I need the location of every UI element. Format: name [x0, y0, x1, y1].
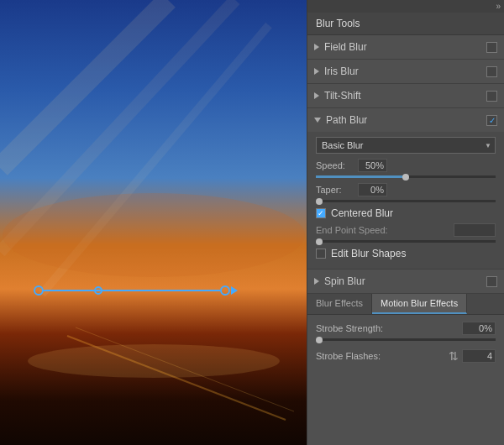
blur-effects-tab[interactable]: Blur Effects	[307, 294, 372, 314]
path-start-point[interactable]	[34, 285, 44, 296]
edit-blur-label: Edit Blur Shapes	[331, 248, 406, 259]
speed-value[interactable]: 50%	[358, 159, 387, 172]
svg-point-4	[28, 344, 280, 378]
endpoint-slider-thumb[interactable]	[316, 238, 323, 245]
path-blur-checkbox[interactable]	[486, 115, 497, 126]
panel-content: Field Blur Iris Blur Tilt-Shift	[307, 35, 504, 445]
edit-blur-checkbox[interactable]	[316, 249, 326, 259]
centered-blur-checkbox[interactable]	[316, 208, 326, 218]
panel-topbar: »	[307, 0, 504, 13]
iris-blur-label: Iris Blur	[324, 65, 486, 77]
field-blur-label: Field Blur	[324, 41, 486, 53]
path-end-point[interactable]	[220, 285, 230, 296]
path-blur-label: Path Blur	[326, 114, 486, 126]
taper-slider[interactable]	[316, 200, 496, 202]
edit-blur-row: Edit Blur Shapes	[316, 248, 496, 259]
path-blur-header[interactable]: Path Blur	[307, 108, 504, 132]
effects-tabs: Blur Effects Motion Blur Effects	[307, 294, 504, 315]
path-blur-item: Path Blur Basic Blur Rear Sync Flash	[307, 108, 504, 270]
strobe-flashes-label: Strobe Flashes:	[316, 351, 449, 361]
taper-label: Taper:	[316, 185, 358, 195]
tilt-shift-item: Tilt-Shift	[307, 84, 504, 108]
spin-blur-item: Spin Blur	[307, 270, 504, 294]
speed-slider[interactable]	[316, 175, 496, 178]
speed-slider-fill	[316, 175, 406, 178]
blur-type-dropdown-wrap: Basic Blur Rear Sync Flash	[316, 137, 496, 154]
tilt-shift-triangle-icon	[314, 92, 319, 99]
path-blur-line[interactable]	[34, 285, 238, 296]
panel-title: Blur Tools	[316, 18, 360, 29]
endpoint-speed-input[interactable]	[454, 223, 496, 237]
speed-label: Speed:	[316, 160, 358, 170]
spin-blur-triangle-icon	[314, 278, 319, 285]
canvas-area	[0, 0, 307, 445]
tilt-shift-checkbox[interactable]	[486, 91, 497, 102]
endpoint-speed-row: End Point Speed:	[316, 223, 496, 237]
expand-icon[interactable]: »	[496, 2, 501, 11]
iris-blur-header[interactable]: Iris Blur	[307, 60, 504, 83]
endpoint-speed-label: End Point Speed:	[316, 225, 454, 235]
field-blur-triangle-icon	[314, 44, 319, 50]
path-blur-content: Basic Blur Rear Sync Flash Speed: 50%	[307, 132, 504, 269]
iris-blur-triangle-icon	[314, 68, 319, 75]
spin-blur-label: Spin Blur	[324, 275, 486, 287]
tilt-shift-label: Tilt-Shift	[324, 90, 486, 102]
endpoint-slider[interactable]	[316, 240, 496, 243]
spin-blur-header[interactable]: Spin Blur	[307, 270, 504, 293]
iris-blur-checkbox[interactable]	[486, 66, 497, 77]
speed-row: Speed: 50%	[316, 159, 496, 172]
strobe-flashes-arrows-icon: ⇅	[449, 349, 459, 363]
tilt-shift-header[interactable]: Tilt-Shift	[307, 84, 504, 107]
field-blur-header[interactable]: Field Blur	[307, 35, 504, 59]
strobe-strength-row: Strobe Strength: 0%	[316, 322, 496, 335]
svg-point-7	[3, 193, 305, 277]
main-container: » Blur Tools Field Blur Iris Blur	[0, 0, 504, 445]
strobe-strength-label: Strobe Strength:	[316, 323, 462, 333]
taper-slider-thumb[interactable]	[316, 198, 323, 205]
motion-effects-content: Strobe Strength: 0% Strobe Flashes: ⇅ 4	[307, 315, 504, 369]
blur-type-row: Basic Blur Rear Sync Flash	[316, 137, 496, 154]
strobe-flashes-value[interactable]: 4	[462, 349, 496, 363]
iris-blur-item: Iris Blur	[307, 60, 504, 84]
speed-slider-thumb[interactable]	[402, 174, 409, 181]
field-blur-checkbox[interactable]	[486, 42, 497, 53]
taper-value[interactable]: 0%	[358, 183, 387, 196]
motion-blur-effects-tab[interactable]: Motion Blur Effects	[372, 294, 467, 314]
canvas-svg	[0, 0, 307, 445]
panel: » Blur Tools Field Blur Iris Blur	[307, 0, 504, 445]
taper-row: Taper: 0%	[316, 183, 496, 196]
centered-blur-row: Centered Blur	[316, 207, 496, 219]
strobe-strength-value[interactable]: 0%	[462, 322, 496, 335]
spin-blur-checkbox[interactable]	[486, 276, 497, 287]
strobe-strength-thumb[interactable]	[316, 337, 323, 343]
path-blur-triangle-icon	[314, 118, 321, 123]
panel-header: Blur Tools	[307, 13, 504, 35]
strobe-flashes-row: Strobe Flashes: ⇅ 4	[316, 349, 496, 363]
field-blur-item: Field Blur	[307, 35, 504, 60]
arrow-head-icon	[231, 286, 238, 295]
blur-type-dropdown[interactable]: Basic Blur Rear Sync Flash	[316, 137, 496, 154]
strobe-strength-slider[interactable]	[316, 338, 496, 341]
centered-blur-label: Centered Blur	[331, 207, 393, 219]
